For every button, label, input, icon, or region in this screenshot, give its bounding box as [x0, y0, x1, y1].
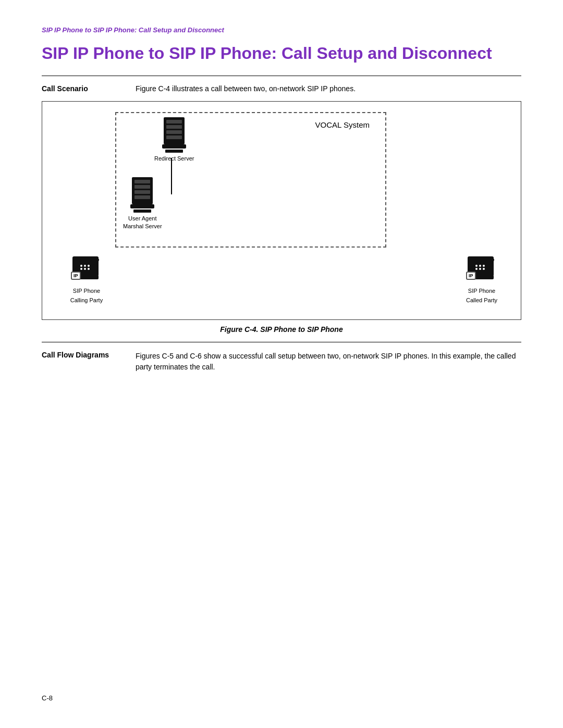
figure-divider [42, 342, 521, 342]
svg-point-20 [84, 265, 86, 267]
svg-rect-6 [165, 150, 183, 153]
marshal-server-label: User Agent Marshal Server [123, 215, 162, 230]
page-number: C-8 [42, 694, 53, 702]
svg-rect-12 [130, 204, 154, 208]
diagram-box: VOCAL System Redirect Server User Agent … [42, 101, 521, 320]
connector-line [171, 158, 172, 194]
svg-rect-2 [166, 125, 182, 129]
calling-phone-label2: Calling Party [70, 297, 103, 304]
calling-phone: IP SIP Phone Calling Party [68, 251, 105, 304]
svg-point-32 [483, 265, 485, 267]
svg-point-21 [88, 265, 90, 267]
callflow-text: Figures C-5 and C-6 show a successful ca… [136, 351, 521, 373]
redirect-server: Redirect Server [154, 117, 194, 162]
figure-caption: Figure C-4. SIP Phone to SIP Phone [42, 325, 521, 334]
svg-point-31 [479, 265, 481, 267]
svg-point-33 [475, 268, 478, 270]
redirect-server-icon [161, 117, 187, 153]
called-phone-label2: Called Party [466, 297, 497, 304]
svg-point-24 [88, 268, 90, 270]
marshal-server: User Agent Marshal Server [123, 177, 162, 230]
page-title: SIP IP Phone to SIP IP Phone: Call Setup… [42, 43, 521, 63]
calling-phone-icon [68, 251, 105, 285]
call-scenario-section: Call Scenario Figure C-4 illustrates a c… [42, 84, 521, 93]
svg-point-35 [483, 268, 485, 270]
called-phone-label1: SIP Phone [468, 287, 495, 294]
svg-rect-10 [134, 190, 150, 194]
svg-rect-9 [134, 185, 150, 189]
svg-rect-4 [166, 135, 182, 139]
svg-point-22 [80, 268, 82, 270]
svg-point-30 [475, 265, 478, 267]
svg-rect-13 [133, 209, 151, 213]
breadcrumb: SIP IP Phone to SIP IP Phone: Call Setup… [42, 26, 521, 34]
svg-rect-3 [166, 130, 182, 134]
called-phone-ip-badge: IP [466, 272, 476, 280]
svg-point-34 [479, 268, 481, 270]
call-scenario-label: Call Scenario [42, 84, 136, 93]
calling-phone-label1: SIP Phone [73, 287, 100, 294]
called-phone: IP SIP Phone Called Party [463, 251, 500, 304]
svg-rect-11 [134, 195, 150, 199]
svg-point-23 [84, 268, 86, 270]
title-divider [42, 76, 521, 76]
calling-phone-ip-badge: IP [71, 272, 81, 280]
svg-rect-1 [166, 120, 182, 124]
redirect-server-label: Redirect Server [154, 155, 194, 162]
svg-point-19 [80, 265, 82, 267]
call-scenario-text: Figure C-4 illustrates a call between tw… [136, 84, 521, 93]
marshal-server-icon [129, 177, 155, 213]
callflow-label: Call Flow Diagrams [42, 351, 136, 359]
svg-rect-8 [134, 180, 150, 183]
svg-rect-5 [162, 144, 186, 149]
callflow-section: Call Flow Diagrams Figures C-5 and C-6 s… [42, 351, 521, 373]
vocal-system-label: VOCAL System [315, 120, 370, 129]
called-phone-icon [463, 251, 500, 285]
